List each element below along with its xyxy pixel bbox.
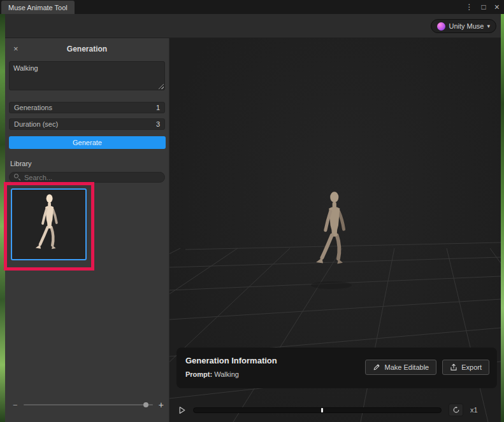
backdrop-scene-left bbox=[0, 14, 5, 422]
play-button[interactable] bbox=[178, 406, 186, 414]
window-body: Unity Muse ▾ × Generation Walking Genera… bbox=[5, 14, 501, 422]
zoom-slider-handle[interactable] bbox=[143, 402, 148, 407]
search-input[interactable] bbox=[24, 174, 160, 181]
loop-icon bbox=[452, 406, 460, 414]
field-value: 1 bbox=[156, 104, 160, 111]
window-tab-label: Muse Animate Tool bbox=[8, 4, 68, 11]
unity-muse-dropdown[interactable]: Unity Muse ▾ bbox=[431, 19, 496, 33]
muse-logo-icon bbox=[437, 22, 445, 31]
close-icon[interactable]: × bbox=[494, 3, 500, 11]
library-item-thumbnail[interactable] bbox=[11, 188, 87, 260]
thumbnail-zoom-control: − + bbox=[13, 400, 164, 409]
prompt-textarea[interactable]: Walking bbox=[9, 61, 165, 90]
maximize-icon[interactable]: □ bbox=[482, 3, 486, 11]
window-menu-icon[interactable]: ⋮ bbox=[466, 3, 473, 11]
mannequin-thumbnail-image bbox=[31, 193, 67, 257]
muse-animate-window: Muse Animate Tool ⋮ □ × Unity Muse ▾ × G… bbox=[0, 0, 504, 422]
pencil-icon bbox=[373, 363, 380, 371]
scene-viewport[interactable]: Generation Information Prompt: Walking M… bbox=[169, 38, 501, 422]
loop-button[interactable] bbox=[449, 404, 463, 416]
chevron-down-icon: ▾ bbox=[487, 23, 490, 29]
backdrop-scene-right bbox=[501, 14, 504, 422]
playhead-handle[interactable] bbox=[321, 408, 323, 412]
prompt-value: Walking bbox=[214, 370, 239, 378]
export-button[interactable]: Export bbox=[442, 360, 489, 375]
export-icon bbox=[450, 363, 457, 371]
generation-info-panel: Generation Information Prompt: Walking M… bbox=[176, 348, 497, 388]
window-content: × Generation Walking Generations 1 Durat… bbox=[5, 38, 501, 422]
timeline-scrubber[interactable] bbox=[193, 407, 442, 413]
library-label: Library bbox=[10, 160, 164, 167]
field-label: Generations bbox=[14, 104, 52, 111]
search-icon bbox=[14, 174, 21, 181]
make-editable-button[interactable]: Make Editable bbox=[365, 360, 436, 375]
toolbar: Unity Muse ▾ bbox=[5, 14, 501, 38]
prompt-label: Prompt: bbox=[185, 370, 212, 378]
generations-field[interactable]: Generations 1 bbox=[9, 102, 165, 113]
panel-header: × Generation bbox=[5, 38, 169, 60]
library-search-box bbox=[9, 172, 165, 183]
speed-label[interactable]: x1 bbox=[470, 406, 478, 414]
info-buttons: Make Editable Export bbox=[365, 360, 489, 375]
make-editable-label: Make Editable bbox=[384, 363, 429, 371]
zoom-in-icon[interactable]: + bbox=[159, 400, 164, 409]
unity-muse-label: Unity Muse bbox=[449, 22, 484, 30]
mannequin-figure bbox=[314, 181, 354, 282]
export-label: Export bbox=[461, 363, 482, 371]
window-controls: ⋮ □ × bbox=[466, 0, 500, 14]
play-icon bbox=[178, 406, 186, 414]
zoom-slider[interactable] bbox=[24, 404, 153, 405]
prompt-input-wrap: Walking bbox=[9, 61, 165, 90]
duration-field[interactable]: Duration (sec) 3 bbox=[9, 118, 165, 130]
panel-title: Generation bbox=[67, 45, 107, 53]
panel-close-icon[interactable]: × bbox=[13, 45, 18, 53]
field-value: 3 bbox=[156, 120, 160, 128]
generate-button[interactable]: Generate bbox=[9, 136, 166, 149]
window-tab[interactable]: Muse Animate Tool bbox=[1, 1, 75, 14]
playback-bar: x1 bbox=[169, 398, 501, 422]
titlebar: Muse Animate Tool ⋮ □ × bbox=[0, 0, 504, 14]
generation-panel: × Generation Walking Generations 1 Durat… bbox=[5, 38, 169, 422]
zoom-out-icon[interactable]: − bbox=[13, 401, 18, 409]
field-label: Duration (sec) bbox=[14, 120, 58, 128]
